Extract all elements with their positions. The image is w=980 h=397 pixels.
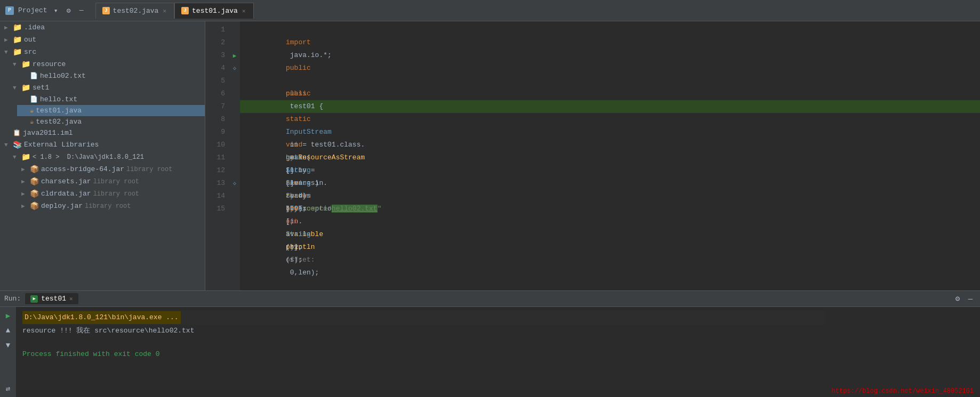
wrap-icon[interactable]: ⇄: [3, 383, 13, 394]
sidebar-item-jdk[interactable]: ▼ 📁 < 1.8 > D:\Java\jdk1.8.0_121: [9, 151, 205, 163]
arrow-icon: ▶: [4, 36, 11, 43]
code-line-12: System . out . println (s);: [240, 164, 980, 177]
src-label: src: [24, 48, 36, 56]
sidebar-item-hellotxt[interactable]: ▶ 📄 hello.txt: [17, 94, 205, 105]
scroll-up-icon[interactable]: ▲: [3, 325, 13, 336]
sidebar-item-jar4[interactable]: ▶ 📦 deploy.jar library root: [17, 200, 205, 212]
sidebar-item-ext-libs[interactable]: ▼ 📚 External Libraries: [0, 139, 205, 151]
code-plain: }: [286, 192, 307, 200]
editor-area: 1 2 3 4 5 6 7 8 9 10 11 12 13 14 15: [205, 21, 980, 290]
gutter-6: [229, 87, 240, 100]
sidebar-item-set1[interactable]: ▼ 📁 set1: [9, 82, 205, 94]
type-inputstream: InputStream: [286, 128, 332, 136]
ln-13: 13: [205, 177, 225, 190]
ln-2: 2: [205, 36, 225, 49]
sidebar-item-test01java[interactable]: ▶ ☕ test01.java: [17, 105, 205, 116]
arrow-icon: ▼: [4, 142, 11, 148]
run-output-content: resource !!! 我在 src\resource\hello02.txt: [22, 327, 194, 335]
sidebar-item-out[interactable]: ▶ 📁 out: [0, 34, 205, 46]
folder-icon: 📁: [13, 23, 22, 32]
str-close-quote: ": [377, 205, 382, 213]
sidebar-item-resource[interactable]: ▼ 📁 resource: [9, 58, 205, 70]
code-line-8: [240, 113, 980, 126]
code-plain: test01 {: [286, 102, 323, 110]
sidebar-item-jar3[interactable]: ▶ 📦 cldrdata.jar library root: [17, 188, 205, 200]
tab-test01-close[interactable]: ✕: [241, 7, 247, 15]
gutter-3[interactable]: ▶: [229, 49, 240, 62]
tab-test02[interactable]: J test02.java ✕: [95, 3, 174, 19]
gutter-5: [229, 75, 240, 87]
code-line-6: [240, 87, 980, 100]
ln-11: 11: [205, 151, 225, 164]
gutter-13: ◇: [229, 177, 240, 190]
java-file-icon-2: J: [181, 7, 189, 14]
run-side-controls: ▶ ▲ ▼ ⇄: [0, 307, 16, 397]
jar-icon: 📦: [30, 165, 39, 174]
minimize-icon[interactable]: —: [77, 6, 86, 15]
sidebar-item-test02java[interactable]: ▶ ☕ test02.java: [17, 116, 205, 127]
jar3-suffix: library root: [93, 190, 139, 198]
minimize-run-icon[interactable]: —: [965, 294, 976, 304]
java-file-icon: J: [102, 7, 110, 14]
code-line-4: public static void main( String [] args)…: [240, 62, 980, 75]
gutter-2: [229, 36, 240, 49]
project-label[interactable]: Project: [18, 6, 47, 14]
run-tab-test01[interactable]: ▶ test01 ✕: [25, 293, 78, 304]
gutter-4: ◇: [229, 62, 240, 75]
code-editor[interactable]: import java.io.*; public class test01 { …: [240, 21, 980, 290]
run-text: Run:: [4, 295, 21, 303]
iml-label: java2011.iml: [23, 129, 73, 137]
test02java-label: test02.java: [36, 118, 82, 126]
resource-label: resource: [33, 60, 66, 68]
java-file-icon-sidebar-2: ☕: [30, 118, 34, 126]
fn-println: println: [286, 243, 315, 251]
field-out: out: [286, 217, 298, 225]
project-section: P Project ▾: [5, 6, 60, 15]
jdk-label: < 1.8 > D:\Java\jdk1.8.0_121: [33, 153, 144, 161]
tab-test02-close[interactable]: ✕: [162, 7, 167, 15]
ln-7: 7: [205, 100, 225, 113]
run-arrow-icon[interactable]: ▶: [233, 52, 237, 59]
jar3-label: cldrdata.jar: [41, 190, 91, 198]
scroll-down-icon[interactable]: ▼: [3, 340, 13, 351]
code-plain: [286, 141, 319, 149]
run-controls: ⚙ —: [952, 294, 976, 304]
run-output: ▶ ▲ ▼ ⇄ D:\Java\jdk1.8.0_121\bin\java.ex…: [0, 307, 980, 397]
line-numbers: 1 2 3 4 5 6 7 8 9 10 11 12 13 14 15: [205, 21, 229, 290]
run-tab-bar: Run: ▶ test01 ✕ ⚙ —: [0, 291, 980, 307]
arrow-icon: ▶: [21, 190, 28, 197]
csdn-link[interactable]: https://blog.csdn.net/weixin_48052161: [832, 387, 980, 397]
dropdown-icon[interactable]: ▾: [52, 6, 60, 15]
folder-icon: 📚: [13, 140, 22, 149]
sidebar-item-jar2[interactable]: ▶ 📦 charsets.jar library root: [17, 175, 205, 188]
gutter-14: [229, 190, 240, 202]
bookmark-icon-2: ◇: [233, 180, 236, 187]
ln-1: 1: [205, 23, 225, 36]
editor-content: 1 2 3 4 5 6 7 8 9 10 11 12 13 14 15: [205, 21, 980, 290]
run-panel: Run: ▶ test01 ✕ ⚙ — ▶ ▲ ▼ ⇄ D:\Java\jdk1…: [0, 290, 980, 397]
settings-icon[interactable]: ⚙: [65, 6, 73, 15]
ln-4: 4: [205, 62, 225, 75]
folder-orange-icon: 📁: [13, 35, 22, 44]
play-icon[interactable]: ▶: [3, 310, 13, 321]
ln-12: 12: [205, 164, 225, 177]
arrow-icon: ▶: [4, 24, 11, 31]
java-file-icon-sidebar: ☕: [30, 107, 34, 115]
settings-run-icon[interactable]: ⚙: [952, 294, 963, 304]
sidebar-item-hello02txt[interactable]: ▶ 📄 hello02.txt: [17, 70, 205, 82]
arrow-icon: ▶: [21, 202, 28, 209]
sidebar-item-jar1[interactable]: ▶ 📦 access-bridge-64.jar library root: [17, 163, 205, 175]
kw-public-3: public: [286, 64, 311, 72]
tab-test01-label: test01.java: [192, 7, 238, 15]
run-output-line1: resource !!! 我在 src\resource\hello02.txt: [22, 325, 825, 337]
sidebar-item-src[interactable]: ▼ 📁 src: [0, 46, 205, 58]
sidebar-item-idea[interactable]: ▶ 📁 .idea: [0, 21, 205, 34]
iml-file-icon: 📋: [13, 129, 21, 137]
folder-icon: 📁: [21, 83, 30, 92]
code-plain: [286, 115, 319, 123]
tabs-area: J test02.java ✕ J test01.java ✕: [95, 3, 975, 19]
jar4-suffix: library root: [85, 202, 131, 210]
tab-test01[interactable]: J test01.java ✕: [174, 3, 253, 19]
sidebar-item-iml[interactable]: ▶ 📋 java2011.iml: [0, 127, 205, 139]
run-tab-close[interactable]: ✕: [69, 295, 73, 302]
